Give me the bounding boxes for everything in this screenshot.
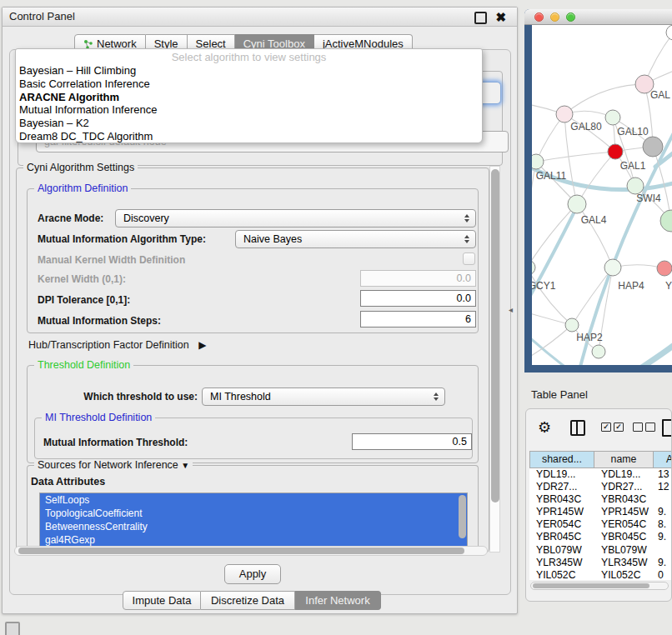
algorithm-dropdown-list: Select algorithm to view settings Bayesi… bbox=[15, 48, 483, 143]
column-header-third[interactable]: A bbox=[654, 451, 672, 468]
table-row[interactable]: YDL19...YDL19...13 bbox=[529, 468, 672, 481]
table-row[interactable]: YER054CYER054C8. bbox=[529, 518, 672, 531]
network-node[interactable] bbox=[643, 137, 663, 157]
aracne-mode-combo[interactable]: Discovery bbox=[115, 209, 476, 228]
table-row[interactable]: YPR145WYPR145W9. bbox=[529, 506, 672, 518]
table-header-row: shared... name A bbox=[529, 451, 672, 468]
data-attributes-list: SelfLoops TopologicalCoefficient Between… bbox=[39, 492, 468, 549]
cell: YDL19... bbox=[529, 468, 594, 481]
cell: 13 bbox=[654, 468, 672, 481]
zoom-traffic-light-icon[interactable] bbox=[566, 12, 575, 22]
cell: 9. bbox=[654, 506, 672, 518]
collapse-arrow-icon[interactable]: ▼ bbox=[181, 461, 189, 470]
document-icon[interactable] bbox=[662, 419, 672, 437]
dpi-tolerance-label: DPI Tolerance [0,1]: bbox=[38, 294, 130, 306]
table-row[interactable]: YBR043CYBR043C bbox=[529, 493, 672, 506]
mi-steps-field[interactable] bbox=[360, 311, 476, 328]
control-panel-titlebar: Control Panel ✖ bbox=[3, 8, 517, 27]
apply-button[interactable]: Apply bbox=[224, 564, 281, 584]
dropdown-item[interactable]: Dream8 DC_TDC Algorithm bbox=[16, 130, 482, 143]
node-table: shared... name A YDL19...YDL19...13 YDR2… bbox=[529, 451, 672, 580]
node-label: GAL4 bbox=[581, 214, 607, 226]
table-row[interactable]: YBL079WYBL079W bbox=[529, 544, 672, 557]
tab-discretize-data[interactable]: Discretize Data bbox=[201, 591, 295, 610]
table-row[interactable]: YBR045CYBR045C9. bbox=[529, 531, 672, 543]
divider-collapse-icon[interactable]: ◂ bbox=[509, 305, 513, 314]
dropdown-item-selected[interactable]: ARACNE Algorithm bbox=[16, 91, 482, 104]
node-label: GAL10 bbox=[617, 126, 649, 138]
expand-arrow-icon[interactable]: ▶ bbox=[198, 339, 206, 351]
dropdown-item[interactable]: Bayesian – K2 bbox=[16, 117, 482, 130]
table-horizontal-scrollbar[interactable] bbox=[530, 582, 669, 590]
table-horizontal-scrollbar-thumb[interactable] bbox=[533, 583, 649, 588]
float-window-icon[interactable] bbox=[474, 12, 487, 24]
dpi-tolerance-field[interactable] bbox=[360, 290, 476, 307]
network-node[interactable] bbox=[627, 178, 644, 194]
tab-discretize-data-label: Discretize Data bbox=[211, 592, 284, 609]
minimize-traffic-light-icon[interactable] bbox=[550, 12, 559, 22]
manual-kernel-label: Manual Kernel Width Definition bbox=[38, 254, 185, 266]
mi-threshold-title: MI Threshold Definition bbox=[42, 412, 155, 423]
table-row[interactable]: YIL052CYIL052C0 bbox=[529, 569, 672, 580]
column-header-shared-name[interactable]: shared... bbox=[529, 451, 594, 468]
close-icon[interactable]: ✖ bbox=[495, 8, 506, 27]
list-item[interactable]: gal4RGexp bbox=[40, 533, 467, 547]
split-columns-icon[interactable] bbox=[570, 420, 585, 436]
column-header-name[interactable]: name bbox=[594, 451, 654, 468]
settings-horizontal-scrollbar[interactable] bbox=[14, 546, 488, 556]
close-traffic-light-icon[interactable] bbox=[534, 12, 544, 22]
network-node[interactable] bbox=[556, 106, 573, 122]
network-node[interactable] bbox=[605, 110, 620, 125]
mi-threshold-field[interactable] bbox=[352, 433, 472, 450]
network-node[interactable] bbox=[604, 259, 621, 276]
tab-impute-data[interactable]: Impute Data bbox=[123, 591, 201, 610]
network-node[interactable] bbox=[568, 195, 586, 213]
control-panel-window: Control Panel ✖ Network Style Select Cyn… bbox=[2, 7, 518, 614]
network-node[interactable] bbox=[592, 345, 605, 358]
settings-vertical-scrollbar-thumb[interactable] bbox=[491, 169, 499, 502]
gear-icon[interactable]: ⚙ bbox=[538, 418, 551, 437]
list-item[interactable]: TopologicalCoefficient bbox=[40, 507, 467, 520]
network-canvas[interactable]: GAL GAL80 GAL10 GAL1 GAL11 SWI4 GAL4 GCY… bbox=[532, 25, 672, 365]
network-node[interactable] bbox=[608, 144, 623, 159]
cell: YER054C bbox=[529, 518, 594, 531]
aracne-mode-value: Discovery bbox=[123, 212, 169, 224]
checked-box-icon: ✓ bbox=[601, 422, 611, 432]
network-window-titlebar[interactable] bbox=[524, 9, 672, 25]
which-threshold-value: MI Threshold bbox=[210, 391, 271, 402]
collapsed-panel-icon[interactable] bbox=[5, 622, 20, 635]
deselect-all-icon[interactable] bbox=[633, 422, 655, 432]
network-node[interactable] bbox=[666, 25, 672, 40]
which-threshold-combo[interactable]: MI Threshold bbox=[202, 388, 445, 406]
tab-infer-network[interactable]: Infer Network bbox=[295, 591, 381, 610]
tab-impute-data-label: Impute Data bbox=[133, 592, 192, 609]
settings-group-title: Cyni Algorithm Settings bbox=[23, 162, 138, 173]
dropdown-item[interactable]: Basic Correlation Inference bbox=[16, 78, 482, 91]
mi-type-combo[interactable]: Naive Bayes bbox=[235, 230, 476, 248]
cell: YBL079W bbox=[594, 544, 654, 557]
manual-kernel-checkbox[interactable] bbox=[463, 252, 475, 265]
settings-horizontal-scrollbar-thumb[interactable] bbox=[18, 548, 464, 554]
table-row[interactable]: YDR27...YDR27...12 bbox=[529, 481, 672, 493]
cell: 12 bbox=[654, 481, 672, 493]
list-item[interactable]: BetweennessCentrality bbox=[40, 520, 467, 533]
data-attributes-label: Data Attributes bbox=[31, 476, 105, 488]
network-node[interactable] bbox=[532, 154, 544, 169]
network-node[interactable] bbox=[532, 260, 535, 275]
list-item[interactable]: SelfLoops bbox=[40, 493, 467, 507]
hub-definition-section[interactable]: Hub/Transcription Factor Definition ▶ bbox=[28, 339, 206, 351]
network-node[interactable] bbox=[565, 318, 579, 332]
cyni-algorithm-settings-group: Cyni Algorithm Settings Algorithm Defini… bbox=[16, 168, 489, 552]
mi-type-value: Naive Bayes bbox=[243, 233, 302, 245]
node-label: GAL1 bbox=[620, 160, 646, 172]
list-scrollbar-thumb[interactable] bbox=[459, 495, 466, 538]
cell: YBR043C bbox=[594, 493, 654, 506]
kernel-width-field[interactable] bbox=[360, 270, 476, 287]
select-all-icon[interactable]: ✓ ✓ bbox=[601, 422, 624, 432]
dropdown-item[interactable]: Mutual Information Inference bbox=[16, 103, 482, 117]
network-node[interactable] bbox=[657, 261, 672, 276]
network-node[interactable] bbox=[660, 210, 672, 232]
dropdown-item[interactable]: Bayesian – Hill Climbing bbox=[16, 64, 482, 78]
node-label: GAL80 bbox=[570, 121, 602, 132]
table-row[interactable]: YLR345WYLR345W9. bbox=[529, 557, 672, 569]
